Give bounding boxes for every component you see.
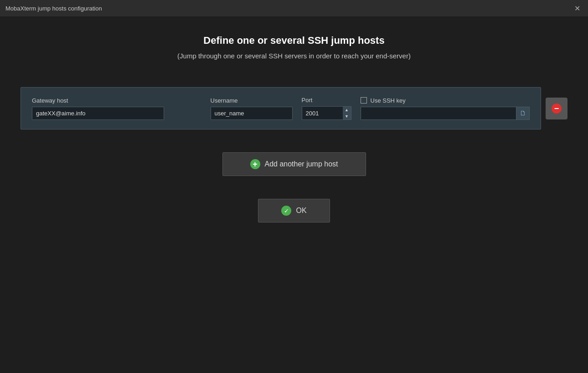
username-field-group: Username [211,97,293,120]
ssh-key-input-wrapper: 🗋 [361,107,530,120]
dialog-subtitle: (Jump through one or several SSH servers… [177,52,411,60]
dialog-window: MobaXterm jump hosts configuration ✕ Def… [0,0,588,373]
port-arrows: ▲ ▼ [343,106,351,120]
ssh-key-browse-button[interactable]: 🗋 [516,107,530,120]
ok-button[interactable]: ✓ OK [258,199,330,223]
ssh-key-input[interactable] [361,107,516,120]
browse-icon: 🗋 [520,109,526,117]
remove-icon: − [552,104,562,114]
username-input[interactable] [211,107,293,120]
title-bar: MobaXterm jump hosts configuration ✕ [0,0,588,16]
dialog-content: Define one or several SSH jump hosts (Ju… [0,16,588,373]
close-button[interactable]: ✕ [572,3,583,14]
port-label: Port [302,97,351,104]
jump-host-card: Gateway host Username Port ▲ ▼ [21,87,541,130]
ssh-key-checkbox[interactable] [361,97,367,104]
ssh-key-header: Use SSH key [361,97,530,104]
gateway-field-group: Gateway host [32,97,201,120]
port-input[interactable] [302,106,343,120]
port-wrapper: ▲ ▼ [302,106,351,120]
ok-label: OK [296,207,306,215]
port-up-button[interactable]: ▲ [343,107,351,113]
dialog-title: Define one or several SSH jump hosts [203,35,384,47]
add-jump-host-label: Add another jump host [265,160,338,168]
add-jump-host-button[interactable]: + Add another jump host [222,152,366,176]
ok-check-icon: ✓ [281,206,291,216]
port-field-group: Port ▲ ▼ [302,97,351,120]
jump-host-row: Gateway host Username Port ▲ ▼ [21,87,567,130]
title-bar-text: MobaXterm jump hosts configuration [5,5,572,12]
gateway-input[interactable] [32,107,164,120]
ssh-key-label: Use SSH key [371,97,406,104]
ssh-key-group: Use SSH key 🗋 [361,97,530,120]
gateway-label: Gateway host [32,97,201,104]
remove-jump-host-button[interactable]: − [546,98,567,119]
username-label: Username [211,97,293,104]
add-icon: + [250,159,260,169]
port-down-button[interactable]: ▼ [343,113,351,119]
